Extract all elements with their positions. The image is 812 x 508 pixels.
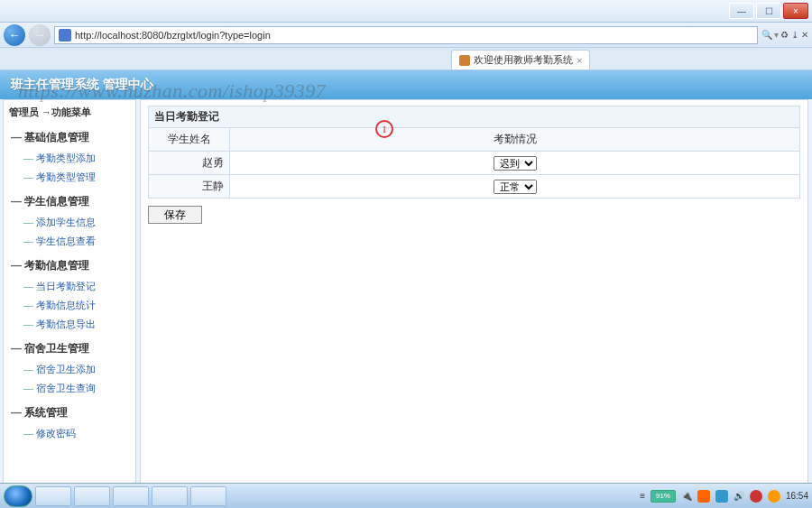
window-titlebar: — ☐ × [0, 0, 812, 23]
window-maximize-button[interactable]: ☐ [756, 3, 781, 19]
nav-forward-button[interactable]: → [29, 24, 51, 46]
taskbar-item[interactable] [113, 486, 149, 506]
reload-stop-icons[interactable]: ♻ ⤓ ✕ [780, 30, 808, 40]
app-header: 班主任管理系统 管理中心 [0, 70, 812, 99]
status-select[interactable]: 正常迟到早退旷课请假 [494, 156, 537, 171]
volume-icon[interactable]: 🔊 [734, 491, 744, 501]
menu-item[interactable]: 添加学生信息 [4, 213, 135, 232]
tray-app-icon[interactable] [697, 490, 710, 503]
tray-up-icon[interactable]: ≡ [640, 491, 645, 501]
menu-item[interactable]: 考勤类型添加 [4, 149, 135, 168]
taskbar-item[interactable] [190, 486, 226, 506]
address-bar[interactable]: http://localhost:8080/bzrglxt/login?type… [54, 26, 758, 44]
menu-item[interactable]: 宿舍卫生添加 [4, 360, 135, 379]
menu-item[interactable]: 考勤信息导出 [4, 315, 135, 334]
window-close-button[interactable]: × [783, 3, 808, 19]
browser-toolbar: ← → http://localhost:8080/bzrglxt/login?… [0, 23, 812, 48]
col-status: 考勤情况 [230, 128, 800, 152]
tray-app-icon[interactable] [715, 490, 728, 503]
menu-item[interactable]: 修改密码 [4, 424, 135, 443]
panel-title: 当日考勤登记 [148, 106, 800, 127]
status-cell: 正常迟到早退旷课请假 [230, 175, 800, 199]
status-cell: 正常迟到早退旷课请假 [230, 152, 800, 175]
taskbar-item[interactable] [35, 486, 71, 506]
tab-close-icon[interactable]: × [577, 55, 582, 66]
menu-item[interactable]: 考勤信息统计 [4, 296, 135, 315]
content-panel: 当日考勤登记 学生姓名 考勤情况 赵勇正常迟到早退旷课请假王静正常迟到早退旷课请… [140, 99, 808, 505]
site-favicon [59, 29, 71, 42]
table-row: 王静正常迟到早退旷课请假 [149, 175, 800, 199]
tab-active[interactable]: 欢迎使用教师考勤系统 × [451, 50, 590, 69]
tab-favicon [459, 55, 470, 66]
menu-item[interactable]: 考勤类型管理 [4, 168, 135, 187]
battery-icon[interactable]: 91% [651, 490, 676, 503]
search-controls: 🔍 ▾ ♻ ⤓ ✕ [761, 30, 808, 40]
menu-group-title: 学生信息管理 [4, 190, 135, 213]
tray-app-icon[interactable] [768, 490, 780, 503]
taskbar-item[interactable] [74, 486, 110, 506]
menu-item[interactable]: 当日考勤登记 [4, 277, 135, 296]
table-row: 赵勇正常迟到早退旷课请假 [149, 152, 800, 175]
menu-item[interactable]: 学生信息查看 [4, 232, 135, 251]
menu-group-title: 考勤信息管理 [4, 254, 135, 277]
menu-item[interactable]: 宿舍卫生查询 [4, 379, 135, 398]
save-button[interactable]: 保存 [148, 206, 202, 224]
taskbar-item[interactable] [152, 486, 188, 506]
student-name-cell: 赵勇 [149, 152, 230, 175]
menu-group-title: 宿舍卫生管理 [4, 337, 135, 360]
sidebar: 管理员 →功能菜单 基础信息管理考勤类型添加考勤类型管理学生信息管理添加学生信息… [3, 99, 136, 505]
menu-group-title: 基础信息管理 [4, 126, 135, 149]
menu-group-title: 系统管理 [4, 402, 135, 424]
system-tray: ≡ 91% 🔌 🔊 16:54 [640, 490, 808, 503]
sidebar-heading: 管理员 →功能菜单 [4, 104, 135, 125]
attendance-table: 学生姓名 考勤情况 赵勇正常迟到早退旷课请假王静正常迟到早退旷课请假 [148, 127, 800, 199]
url-text: http://localhost:8080/bzrglxt/login?type… [75, 30, 271, 41]
power-icon[interactable]: 🔌 [681, 491, 692, 501]
nav-back-button[interactable]: ← [4, 24, 25, 46]
tab-bar: 欢迎使用教师考勤系统 × [0, 48, 812, 70]
status-select[interactable]: 正常迟到早退旷课请假 [494, 180, 537, 194]
col-student-name: 学生姓名 [149, 128, 230, 152]
tab-title: 欢迎使用教师考勤系统 [474, 53, 573, 67]
clock[interactable]: 16:54 [786, 491, 808, 501]
window-minimize-button[interactable]: — [729, 3, 754, 19]
app-title: 班主任管理系统 管理中心 [11, 77, 153, 93]
tray-app-icon[interactable] [750, 490, 762, 503]
student-name-cell: 王静 [149, 175, 230, 199]
taskbar: ≡ 91% 🔌 🔊 16:54 [0, 483, 812, 508]
start-button[interactable] [4, 485, 32, 507]
search-icon[interactable]: 🔍 [761, 30, 772, 40]
